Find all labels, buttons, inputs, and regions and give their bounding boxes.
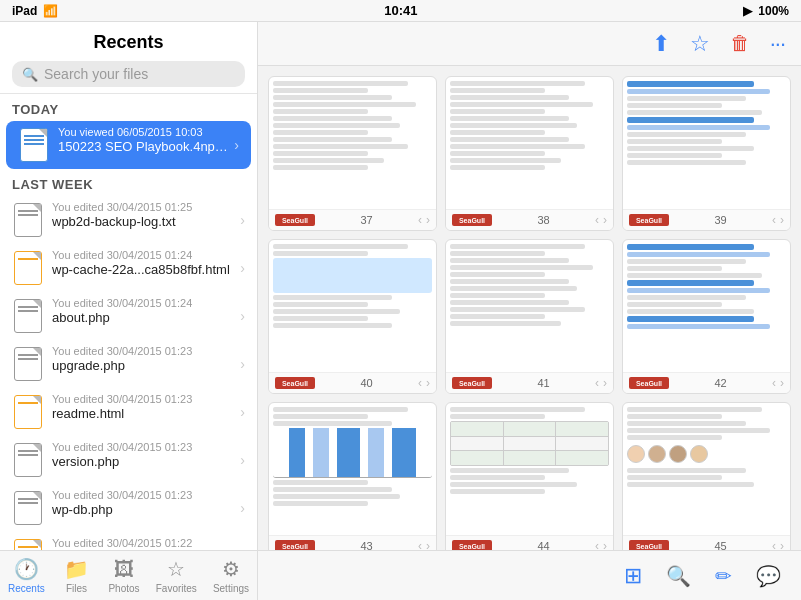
file-icon — [12, 249, 44, 287]
search-bar[interactable]: 🔍 Search your files — [12, 61, 245, 87]
next-arrow-icon[interactable]: › — [780, 376, 784, 390]
file-content: You edited 30/04/2015 01:23 upgrade.php — [52, 345, 236, 373]
file-name: wp-cache-22a...ca85b8fbf.html — [52, 262, 236, 277]
section-today-label: TODAY — [0, 94, 257, 121]
main-layout: Recents 🔍 Search your files TODAY You vi… — [0, 22, 801, 550]
sidebar: Recents 🔍 Search your files TODAY You vi… — [0, 22, 258, 550]
file-icon — [12, 489, 44, 527]
file-item[interactable]: You edited 30/04/2015 01:24 wp-cache-22a… — [0, 244, 257, 292]
nav-favorites[interactable]: ☆ Favorites — [148, 553, 205, 598]
next-arrow-icon[interactable]: › — [603, 376, 607, 390]
prev-arrow-icon[interactable]: ‹ — [595, 376, 599, 390]
next-arrow-icon[interactable]: › — [780, 213, 784, 227]
right-panel: ⬆ ☆ 🗑 ··· — [258, 22, 801, 550]
favorites-icon: ☆ — [167, 557, 185, 581]
prev-arrow-icon[interactable]: ‹ — [418, 376, 422, 390]
file-content: You edited 30/04/2015 01:24 wp-cache-22a… — [52, 249, 236, 277]
file-item[interactable]: You edited 30/04/2015 01:23 upgrade.php … — [0, 340, 257, 388]
file-item[interactable]: You edited 30/04/2015 01:22 wp-cache-22a… — [0, 532, 257, 550]
doc-thumbnail[interactable]: SeaGull 37 ‹ › — [268, 76, 437, 231]
prev-arrow-icon[interactable]: ‹ — [772, 539, 776, 550]
next-arrow-icon[interactable]: › — [603, 539, 607, 550]
doc-logo: SeaGull — [629, 214, 669, 226]
photos-label: Photos — [108, 583, 139, 594]
file-content: You edited 30/04/2015 01:23 wp-db.php — [52, 489, 236, 517]
doc-logo: SeaGull — [452, 214, 492, 226]
prev-arrow-icon[interactable]: ‹ — [418, 213, 422, 227]
status-bar: iPad 📶 10:41 ▶ 100% — [0, 0, 801, 22]
delete-button[interactable]: 🗑 — [730, 32, 750, 55]
search-button[interactable]: 🔍 — [666, 564, 691, 588]
nav-files[interactable]: 📁 Files — [53, 553, 101, 598]
favorites-label: Favorites — [156, 583, 197, 594]
prev-arrow-icon[interactable]: ‹ — [418, 539, 422, 550]
settings-label: Settings — [213, 583, 249, 594]
prev-arrow-icon[interactable]: ‹ — [772, 213, 776, 227]
file-icon — [12, 537, 44, 550]
doc-thumbnail[interactable]: SeaGull 42 ‹ › — [622, 239, 791, 394]
photos-icon: 🖼 — [114, 558, 134, 581]
next-arrow-icon[interactable]: › — [780, 539, 784, 550]
file-content: You edited 30/04/2015 01:23 readme.html — [52, 393, 236, 421]
prev-arrow-icon[interactable]: ‹ — [595, 539, 599, 550]
doc-thumbnail[interactable]: SeaGull 41 ‹ › — [445, 239, 614, 394]
nav-photos[interactable]: 🖼 Photos — [100, 554, 148, 598]
page-number: 45 — [714, 540, 726, 550]
doc-thumbnail[interactable]: SeaGull 45 ‹ › — [622, 402, 791, 550]
doc-thumbnail[interactable]: SeaGull 40 ‹ › — [268, 239, 437, 394]
grid-view-button[interactable]: ⊞ — [624, 563, 642, 589]
section-lastweek-label: LAST WEEK — [0, 169, 257, 196]
file-name: wp-db.php — [52, 502, 236, 517]
file-icon — [18, 126, 50, 164]
doc-logo: SeaGull — [452, 377, 492, 389]
file-item[interactable]: You edited 30/04/2015 01:23 version.php … — [0, 436, 257, 484]
edit-button[interactable]: ✏ — [715, 564, 732, 588]
page-number: 39 — [714, 214, 726, 226]
file-name: 150223 SEO Playbook.4np.docx — [58, 139, 230, 154]
next-arrow-icon[interactable]: › — [426, 213, 430, 227]
file-meta: You edited 30/04/2015 01:23 — [52, 441, 236, 453]
document-grid: SeaGull 37 ‹ › — [258, 66, 801, 550]
bottom-nav: 🕐 Recents 📁 Files 🖼 Photos ☆ Favorites ⚙… — [0, 550, 801, 600]
sidebar-header: Recents 🔍 Search your files — [0, 22, 257, 94]
chevron-right-icon: › — [234, 137, 239, 153]
next-arrow-icon[interactable]: › — [603, 213, 607, 227]
file-item[interactable]: You viewed 06/05/2015 10:03 150223 SEO P… — [6, 121, 251, 169]
doc-thumbnail[interactable]: SeaGull 44 ‹ › — [445, 402, 614, 550]
file-name: wpb2d-backup-log.txt — [52, 214, 236, 229]
comment-button[interactable]: 💬 — [756, 564, 781, 588]
doc-thumbnail[interactable]: SeaGull 39 ‹ › — [622, 76, 791, 231]
next-arrow-icon[interactable]: › — [426, 539, 430, 550]
nav-recents[interactable]: 🕐 Recents — [0, 553, 53, 598]
prev-arrow-icon[interactable]: ‹ — [772, 376, 776, 390]
chevron-right-icon: › — [240, 452, 245, 468]
file-meta: You edited 30/04/2015 01:25 — [52, 201, 236, 213]
prev-arrow-icon[interactable]: ‹ — [595, 213, 599, 227]
nav-settings[interactable]: ⚙ Settings — [205, 553, 257, 598]
search-icon: 🔍 — [22, 67, 38, 82]
battery-label: 100% — [758, 4, 789, 18]
recents-label: Recents — [8, 583, 45, 594]
doc-thumbnail[interactable]: SeaGull 43 ‹ › — [268, 402, 437, 550]
star-button[interactable]: ☆ — [690, 31, 710, 57]
file-item[interactable]: You edited 30/04/2015 01:23 readme.html … — [0, 388, 257, 436]
doc-thumbnail[interactable]: SeaGull 38 ‹ › — [445, 76, 614, 231]
file-name: upgrade.php — [52, 358, 236, 373]
toolbar: ⬆ ☆ 🗑 ··· — [258, 22, 801, 66]
page-number: 40 — [360, 377, 372, 389]
file-meta: You viewed 06/05/2015 10:03 — [58, 126, 230, 138]
doc-logo: SeaGull — [275, 540, 315, 550]
file-name: readme.html — [52, 406, 236, 421]
file-content: You edited 30/04/2015 01:25 wpb2d-backup… — [52, 201, 236, 229]
file-item[interactable]: You edited 30/04/2015 01:24 about.php › — [0, 292, 257, 340]
chevron-right-icon: › — [240, 356, 245, 372]
chevron-right-icon: › — [240, 308, 245, 324]
wifi-icon: 📶 — [43, 4, 58, 18]
file-item[interactable]: You edited 30/04/2015 01:25 wpb2d-backup… — [0, 196, 257, 244]
more-button[interactable]: ··· — [770, 31, 785, 57]
next-arrow-icon[interactable]: › — [426, 376, 430, 390]
page-number: 43 — [360, 540, 372, 550]
share-button[interactable]: ⬆ — [652, 31, 670, 57]
file-item[interactable]: You edited 30/04/2015 01:23 wp-db.php › — [0, 484, 257, 532]
page-number: 38 — [537, 214, 549, 226]
